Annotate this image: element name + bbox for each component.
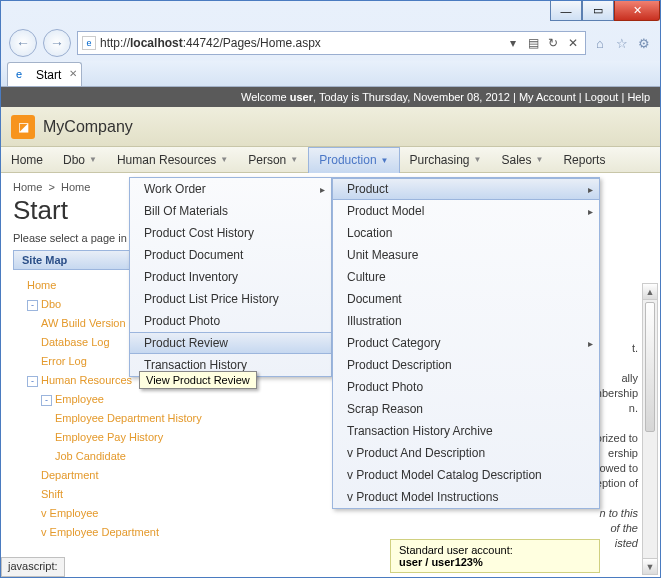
tree-link[interactable]: Job Candidate	[55, 450, 126, 462]
chevron-down-icon: ▼	[220, 155, 228, 164]
tree-link[interactable]: AW Build Version	[41, 317, 126, 329]
tree-node[interactable]: Job Candidate	[13, 447, 329, 466]
menu-row-v-product-and-description[interactable]: v Product And Description	[333, 442, 599, 464]
menu-row-product[interactable]: Product	[333, 178, 599, 200]
production-submenu: Work OrderBill Of MaterialsProduct Cost …	[129, 177, 332, 377]
compat-view-icon[interactable]: ▤	[525, 35, 541, 51]
tree-link[interactable]: Department	[41, 469, 98, 481]
vertical-scrollbar[interactable]: ▲ ▼	[642, 283, 658, 575]
menu-item-human-resources[interactable]: Human Resources▼	[107, 147, 238, 173]
tree-node[interactable]: Department	[13, 466, 329, 485]
menu-row-transaction-history-archive[interactable]: Transaction History Archive	[333, 420, 599, 442]
scroll-up-icon[interactable]: ▲	[643, 284, 657, 300]
address-url: http://localhost:44742/Pages/Home.aspx	[100, 36, 501, 50]
refresh-icon[interactable]: ↻	[545, 35, 561, 51]
browser-back-button[interactable]: ←	[9, 29, 37, 57]
tree-node[interactable]: v Employee Department	[13, 523, 329, 542]
tree-node[interactable]: v Employee	[13, 504, 329, 523]
production-submenu-2: ProductProduct ModelLocationUnit Measure…	[332, 177, 600, 509]
menu-row-culture[interactable]: Culture	[333, 266, 599, 288]
chevron-down-icon: ▼	[290, 155, 298, 164]
menu-row-bill-of-materials[interactable]: Bill Of Materials	[130, 200, 331, 222]
company-name: MyCompany	[43, 118, 133, 136]
dropdown-icon[interactable]: ▾	[505, 35, 521, 51]
tree-toggle-icon[interactable]: -	[27, 376, 38, 387]
menu-row-v-product-model-catalog-description[interactable]: v Product Model Catalog Description	[333, 464, 599, 486]
browser-status-bar: javascript:	[1, 557, 65, 577]
tree-link[interactable]: Employee	[55, 393, 104, 405]
scroll-down-icon[interactable]: ▼	[643, 558, 657, 574]
help-link[interactable]: Help	[627, 91, 650, 103]
menu-item-production[interactable]: Production▼	[308, 147, 399, 173]
tree-link[interactable]: Error Log	[41, 355, 87, 367]
tab-close-icon[interactable]: ✕	[69, 68, 77, 79]
my-account-link[interactable]: My Account	[519, 91, 576, 103]
menu-row-product-inventory[interactable]: Product Inventory	[130, 266, 331, 288]
logout-link[interactable]: Logout	[585, 91, 619, 103]
main-menu: HomeDbo▼Human Resources▼Person▼Productio…	[1, 147, 660, 173]
menu-row-illustration[interactable]: Illustration	[333, 310, 599, 332]
menu-item-reports[interactable]: Reports	[553, 147, 615, 173]
window-close-button[interactable]: ✕	[614, 1, 660, 21]
favorites-icon[interactable]: ☆	[614, 35, 630, 51]
tree-link[interactable]: v Employee Department	[41, 526, 159, 538]
chevron-down-icon: ▼	[474, 155, 482, 164]
tree-link[interactable]: Home	[27, 279, 56, 291]
company-logo-icon: ◪	[11, 115, 35, 139]
menu-row-product-category[interactable]: Product Category	[333, 332, 599, 354]
stop-icon[interactable]: ✕	[565, 35, 581, 51]
menu-row-document[interactable]: Document	[333, 288, 599, 310]
menu-item-purchasing[interactable]: Purchasing▼	[400, 147, 492, 173]
menu-item-sales[interactable]: Sales▼	[491, 147, 553, 173]
browser-tabstrip: e Start ✕	[1, 61, 660, 87]
menu-item-home[interactable]: Home	[1, 147, 53, 173]
chevron-down-icon: ▼	[89, 155, 97, 164]
scroll-thumb[interactable]	[645, 302, 655, 432]
menu-row-product-document[interactable]: Product Document	[130, 244, 331, 266]
tools-icon[interactable]: ⚙	[636, 35, 652, 51]
tree-toggle-icon[interactable]: -	[27, 300, 38, 311]
page-favicon-icon: e	[82, 36, 96, 50]
home-icon[interactable]: ⌂	[592, 35, 608, 51]
chevron-down-icon: ▼	[536, 155, 544, 164]
tab-title: Start	[36, 68, 61, 82]
tab-favicon-icon: e	[16, 68, 30, 82]
browser-forward-button[interactable]: →	[43, 29, 71, 57]
menu-row-unit-measure[interactable]: Unit Measure	[333, 244, 599, 266]
tree-link[interactable]: Dbo	[41, 298, 61, 310]
tree-toggle-icon[interactable]: -	[41, 395, 52, 406]
menu-row-product-photo[interactable]: Product Photo	[333, 376, 599, 398]
menu-row-work-order[interactable]: Work Order	[130, 178, 331, 200]
credentials-box: Standard user account: user / user123%	[390, 539, 600, 573]
menu-row-location[interactable]: Location	[333, 222, 599, 244]
menu-item-person[interactable]: Person▼	[238, 147, 308, 173]
tree-node[interactable]: Employee Pay History	[13, 428, 329, 447]
address-bar[interactable]: e http://localhost:44742/Pages/Home.aspx…	[77, 31, 586, 55]
tooltip-product-review: View Product Review	[139, 371, 257, 389]
menu-row-product-list-price-history[interactable]: Product List Price History	[130, 288, 331, 310]
browser-tab[interactable]: e Start ✕	[7, 62, 82, 86]
tree-link[interactable]: Human Resources	[41, 374, 132, 386]
window-minimize-button[interactable]: —	[550, 1, 582, 21]
chevron-down-icon: ▼	[381, 156, 389, 165]
tree-link[interactable]: v Employee	[41, 507, 98, 519]
tree-link[interactable]: Employee Pay History	[55, 431, 163, 443]
tree-node[interactable]: -Employee	[13, 390, 329, 409]
menu-row-product-cost-history[interactable]: Product Cost History	[130, 222, 331, 244]
tree-link[interactable]: Employee Department History	[55, 412, 202, 424]
tree-link[interactable]: Shift	[41, 488, 63, 500]
tree-node[interactable]: Shift	[13, 485, 329, 504]
menu-row-product-review[interactable]: Product Review	[130, 332, 331, 354]
menu-row-product-model[interactable]: Product Model	[333, 200, 599, 222]
menu-row-product-description[interactable]: Product Description	[333, 354, 599, 376]
menu-item-dbo[interactable]: Dbo▼	[53, 147, 107, 173]
window-maximize-button[interactable]: ▭	[582, 1, 614, 21]
menu-row-scrap-reason[interactable]: Scrap Reason	[333, 398, 599, 420]
window-titlebar: — ▭ ✕	[1, 1, 660, 29]
tree-node[interactable]: Employee Department History	[13, 409, 329, 428]
menu-row-product-photo[interactable]: Product Photo	[130, 310, 331, 332]
menu-row-v-product-model-instructions[interactable]: v Product Model Instructions	[333, 486, 599, 508]
welcome-bar: Welcome user, Today is Thursday, Novembe…	[1, 87, 660, 107]
tree-link[interactable]: Database Log	[41, 336, 110, 348]
